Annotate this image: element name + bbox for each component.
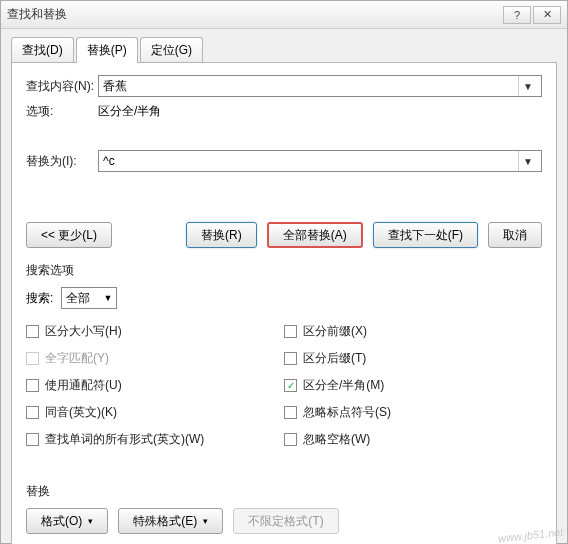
chevron-down-icon[interactable]: ▼ bbox=[518, 76, 537, 96]
checkbox-grid: 区分大小写(H) 全字匹配(Y) 使用通配符(U) 同音(英文)(K) 查找单词… bbox=[26, 323, 542, 448]
chk-all-forms[interactable]: 查找单词的所有形式(英文)(W) bbox=[26, 431, 284, 448]
dialog-window: 查找和替换 ? ✕ 查找(D) 替换(P) 定位(G) 查找内容(N): 香蕉 … bbox=[0, 0, 568, 544]
chevron-down-icon[interactable]: ▼ bbox=[518, 151, 537, 171]
chk-full-half[interactable]: ✓区分全/半角(M) bbox=[284, 377, 542, 394]
find-input[interactable]: 香蕉 ▼ bbox=[98, 75, 542, 97]
search-options-title: 搜索选项 bbox=[26, 262, 542, 279]
chevron-down-icon: ▼ bbox=[103, 293, 112, 303]
checkbox-col-right: 区分前缀(X) 区分后缀(T) ✓区分全/半角(M) 忽略标点符号(S) 忽略空… bbox=[284, 323, 542, 448]
search-direction-row: 搜索: 全部 ▼ bbox=[26, 287, 542, 309]
replace-value: ^c bbox=[103, 154, 115, 168]
replace-label: 替换为(I): bbox=[26, 153, 98, 170]
no-format-button: 不限定格式(T) bbox=[233, 508, 338, 534]
tab-strip: 查找(D) 替换(P) 定位(G) bbox=[1, 29, 567, 63]
less-button[interactable]: << 更少(L) bbox=[26, 222, 112, 248]
action-buttons: << 更少(L) 替换(R) 全部替换(A) 查找下一处(F) 取消 bbox=[26, 222, 542, 248]
chk-sounds-like[interactable]: 同音(英文)(K) bbox=[26, 404, 284, 421]
special-format-button[interactable]: 特殊格式(E) bbox=[118, 508, 223, 534]
tab-replace[interactable]: 替换(P) bbox=[76, 37, 138, 63]
replace-section-title: 替换 bbox=[26, 483, 542, 500]
find-row: 查找内容(N): 香蕉 ▼ bbox=[26, 75, 542, 97]
options-label: 选项: bbox=[26, 103, 98, 120]
help-button[interactable]: ? bbox=[503, 6, 531, 24]
chk-suffix[interactable]: 区分后缀(T) bbox=[284, 350, 542, 367]
chk-whole-word: 全字匹配(Y) bbox=[26, 350, 284, 367]
options-value: 区分全/半角 bbox=[98, 103, 161, 120]
find-label: 查找内容(N): bbox=[26, 78, 98, 95]
tab-find[interactable]: 查找(D) bbox=[11, 37, 74, 63]
titlebar: 查找和替换 ? ✕ bbox=[1, 1, 567, 29]
chk-wildcards[interactable]: 使用通配符(U) bbox=[26, 377, 284, 394]
cancel-button[interactable]: 取消 bbox=[488, 222, 542, 248]
search-direction-value: 全部 bbox=[66, 290, 90, 307]
replace-all-button[interactable]: 全部替换(A) bbox=[267, 222, 363, 248]
window-title: 查找和替换 bbox=[7, 6, 501, 23]
tab-panel: 查找内容(N): 香蕉 ▼ 选项: 区分全/半角 替换为(I): ^c ▼ <<… bbox=[11, 62, 557, 544]
format-button[interactable]: 格式(O) bbox=[26, 508, 108, 534]
options-row: 选项: 区分全/半角 bbox=[26, 103, 542, 120]
tab-goto[interactable]: 定位(G) bbox=[140, 37, 203, 63]
replace-input[interactable]: ^c ▼ bbox=[98, 150, 542, 172]
checkbox-col-left: 区分大小写(H) 全字匹配(Y) 使用通配符(U) 同音(英文)(K) 查找单词… bbox=[26, 323, 284, 448]
find-next-button[interactable]: 查找下一处(F) bbox=[373, 222, 478, 248]
chk-match-case[interactable]: 区分大小写(H) bbox=[26, 323, 284, 340]
chk-punct[interactable]: 忽略标点符号(S) bbox=[284, 404, 542, 421]
close-button[interactable]: ✕ bbox=[533, 6, 561, 24]
replace-button[interactable]: 替换(R) bbox=[186, 222, 257, 248]
search-direction-select[interactable]: 全部 ▼ bbox=[61, 287, 117, 309]
search-direction-label: 搜索: bbox=[26, 290, 53, 307]
chk-prefix[interactable]: 区分前缀(X) bbox=[284, 323, 542, 340]
chk-space[interactable]: 忽略空格(W) bbox=[284, 431, 542, 448]
replace-row: 替换为(I): ^c ▼ bbox=[26, 150, 542, 172]
replace-format-section: 替换 格式(O) 特殊格式(E) 不限定格式(T) bbox=[26, 469, 542, 534]
find-value: 香蕉 bbox=[103, 78, 127, 95]
